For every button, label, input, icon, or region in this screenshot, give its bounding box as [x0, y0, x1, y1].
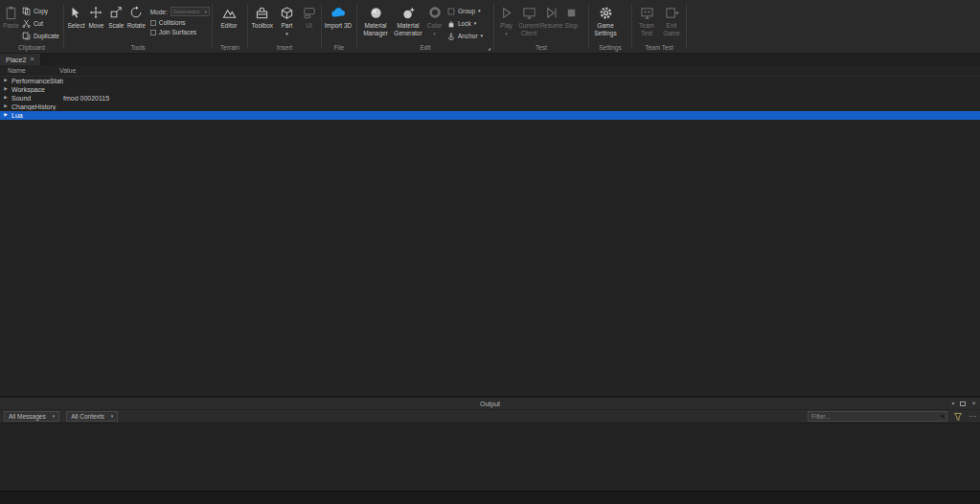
join-surfaces-checkbox[interactable] [150, 30, 156, 35]
chevron-down-icon: ▾ [53, 414, 56, 419]
chevron-down-icon[interactable]: ▾ [941, 414, 944, 419]
rotate-tool-button[interactable]: Rotate [126, 2, 147, 30]
tree-row[interactable]: ▶ Lua [0, 111, 980, 120]
tree-row[interactable]: ▶ ChangeHistory [0, 103, 980, 111]
join-surfaces-option[interactable]: Join Surfaces [150, 29, 210, 35]
import-3d-button[interactable]: Import 3D [324, 2, 353, 30]
team-test-button[interactable]: Team Test [634, 2, 659, 37]
stop-button[interactable]: Stop [561, 2, 581, 30]
anchor-button[interactable]: Anchor ▾ [444, 31, 485, 41]
float-panel-icon[interactable] [960, 401, 966, 406]
copy-label: Copy [34, 8, 48, 14]
part-button[interactable]: Part ▾ [275, 2, 300, 36]
material-generator-button[interactable]: Material Generator [392, 2, 424, 37]
bottom-strip [0, 491, 980, 504]
game-settings-label: Game Settings [591, 22, 620, 37]
close-panel-icon[interactable]: × [971, 400, 976, 407]
tree-row[interactable]: ▶ Workspace [0, 85, 980, 94]
filter-funnel-icon[interactable] [953, 412, 963, 422]
material-manager-button[interactable]: Material Manager [359, 2, 392, 37]
column-header-name[interactable]: Name [0, 67, 59, 74]
current-client-icon [522, 5, 536, 20]
output-title: Output [480, 401, 500, 407]
collisions-option[interactable]: Collisions [150, 19, 210, 26]
chevron-down-icon: ▾ [478, 9, 481, 13]
terrain-group-label: Terrain [213, 44, 247, 51]
duplicate-icon [22, 32, 31, 40]
expand-arrow-icon[interactable]: ▶ [2, 87, 10, 92]
exit-game-icon [665, 5, 679, 20]
messages-filter-value: All Messages [9, 413, 46, 420]
edit-small-buttons: Group ▾ Lock ▾ [444, 2, 485, 41]
terrain-editor-button[interactable]: Editor [215, 2, 243, 30]
resume-icon [544, 5, 558, 20]
lock-button[interactable]: Lock ▾ [444, 18, 485, 29]
select-tool-button[interactable]: Select [66, 2, 86, 30]
ribbon-separator [686, 4, 687, 49]
cut-button[interactable]: Cut [20, 18, 61, 29]
panel-menu-icon[interactable]: ▾ [952, 401, 955, 406]
ribbon-group-clipboard: Paste Copy Cu [0, 0, 63, 53]
tree-row[interactable]: ▶ PerformanceStats [0, 77, 980, 85]
group-button[interactable]: Group ▾ [444, 6, 485, 16]
color-wheel-icon [428, 5, 442, 20]
column-header-value[interactable]: Value [59, 67, 76, 74]
resume-label: Resume [539, 22, 562, 30]
ribbon-group-terrain: Editor Terrain [213, 0, 247, 53]
team-test-group-label: Team Test [632, 44, 686, 51]
color-button[interactable]: Color ▾ [424, 2, 444, 36]
rotate-icon [129, 5, 143, 20]
messages-filter-dropdown[interactable]: All Messages ▾ [4, 411, 59, 422]
join-surfaces-label: Join Surfaces [159, 29, 196, 35]
material-manager-sphere-icon [369, 5, 383, 20]
tree-row-value: fmod 00020115 [63, 95, 109, 102]
mode-value: Geometric [173, 9, 200, 14]
tree-rows: ▶ PerformanceStats ▶ Workspace ▶ Sound f… [0, 77, 980, 120]
resume-button[interactable]: Resume [541, 2, 561, 30]
ui-button[interactable]: UI [299, 2, 319, 30]
expand-arrow-icon[interactable]: ▶ [2, 113, 10, 118]
toolbox-button[interactable]: Toolbox [250, 2, 275, 30]
team-test-icon [640, 5, 654, 20]
game-settings-button[interactable]: Game Settings [591, 2, 620, 37]
terrain-editor-icon [222, 5, 237, 20]
expand-arrow-icon[interactable]: ▶ [2, 96, 10, 101]
copy-button[interactable]: Copy [20, 6, 61, 16]
contexts-filter-dropdown[interactable]: All Contexts ▾ [66, 411, 118, 422]
document-tab-bar: Place2 × [0, 54, 980, 65]
output-window-controls: ▾ × [952, 398, 976, 409]
tab-close-icon[interactable]: × [30, 56, 34, 63]
tab-place2[interactable]: Place2 × [0, 54, 41, 65]
lock-label: Lock [458, 20, 471, 27]
cut-icon [22, 19, 31, 28]
paste-button[interactable]: Paste [2, 2, 20, 30]
exit-game-button[interactable]: Exit Game [659, 2, 684, 37]
collisions-label: Collisions [159, 19, 186, 26]
color-label: Color [427, 22, 443, 30]
output-header: Output ▾ × [0, 397, 980, 409]
more-options-icon[interactable]: ⋯ [969, 413, 976, 421]
current-client-button[interactable]: Current Client [516, 2, 541, 37]
group-icon [446, 7, 455, 15]
lock-icon [446, 19, 455, 28]
scale-icon [109, 5, 123, 20]
expand-arrow-icon[interactable]: ▶ [2, 79, 10, 83]
tree-row-name: Sound [11, 95, 63, 102]
paste-icon [4, 5, 18, 20]
output-toolbar-right: ▾ ⋯ [808, 411, 976, 422]
roblox-studio-window: Paste Copy Cu [0, 0, 980, 504]
move-tool-button[interactable]: Move [86, 2, 106, 30]
import-3d-label: Import 3D [325, 22, 353, 30]
tree-row[interactable]: ▶ Sound fmod 00020115 [0, 94, 980, 103]
collisions-checkbox[interactable] [150, 20, 156, 26]
expand-arrow-icon[interactable]: ▶ [2, 104, 10, 109]
tab-label: Place2 [6, 57, 26, 63]
play-button[interactable]: Play ▾ [496, 2, 516, 36]
play-icon [499, 5, 513, 20]
filter-input[interactable] [811, 413, 938, 420]
edit-dialog-launcher-icon[interactable]: ◢ [488, 47, 490, 51]
scale-tool-button[interactable]: Scale [106, 2, 126, 30]
paste-label: Paste [3, 22, 19, 30]
mode-dropdown[interactable]: Geometric ▾ [171, 7, 210, 16]
duplicate-button[interactable]: Duplicate [20, 31, 61, 41]
